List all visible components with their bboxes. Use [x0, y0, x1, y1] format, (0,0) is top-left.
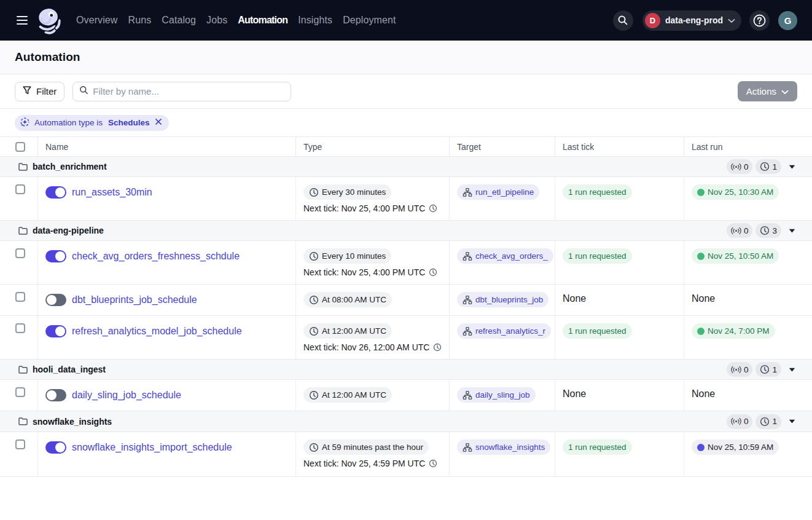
- sensor-icon: [731, 227, 741, 235]
- schedule-toggle[interactable]: [45, 441, 66, 454]
- nav-link-catalog[interactable]: Catalog: [162, 15, 196, 26]
- nav-link-insights[interactable]: Insights: [298, 15, 332, 26]
- nav-link-jobs[interactable]: Jobs: [206, 15, 227, 26]
- target-chip[interactable]: run_etl_pipeline: [457, 184, 539, 200]
- automation-row: snowflake_insights_import_schedule At 59…: [0, 432, 812, 477]
- active-filters-row: Automation type is Schedules: [0, 109, 812, 137]
- sensor-count-badge: 0: [727, 414, 753, 429]
- target-chip[interactable]: snowflake_insights: [457, 439, 550, 455]
- nav-link-overview[interactable]: Overview: [76, 15, 117, 26]
- name-filter-input[interactable]: [93, 86, 284, 97]
- clock-icon: [760, 364, 770, 374]
- run-status-dot: [697, 189, 705, 196]
- header-cell-target: Target: [449, 137, 555, 156]
- clock-icon: [429, 204, 437, 213]
- collapse-group-button[interactable]: [787, 229, 796, 233]
- automation-name-link[interactable]: snowflake_insights_import_schedule: [72, 442, 232, 453]
- schedule-toggle[interactable]: [45, 325, 66, 337]
- schedule-toggle[interactable]: [45, 294, 66, 306]
- page-title: Automation: [15, 50, 80, 64]
- row-checkbox[interactable]: [15, 292, 25, 302]
- automation-name-link[interactable]: run_assets_30min: [72, 187, 152, 198]
- target-chip[interactable]: dbt_blueprints_job: [457, 292, 548, 307]
- target-chip[interactable]: check_avg_orders_: [457, 248, 553, 264]
- job-icon: [463, 187, 472, 197]
- nav-link-deployment[interactable]: Deployment: [343, 15, 396, 26]
- schedule-toggle[interactable]: [45, 250, 66, 262]
- job-icon: [463, 295, 472, 305]
- header-cell-checkbox: [0, 137, 37, 156]
- sensor-count-badge: 0: [727, 223, 753, 238]
- chevron-down-icon: [781, 86, 789, 97]
- next-tick-text: Next tick: Nov 25, 4:00 PM UTC: [303, 267, 442, 277]
- row-checkbox[interactable]: [15, 439, 25, 449]
- last-tick-chip[interactable]: 1 run requested: [563, 184, 632, 200]
- actions-button[interactable]: Actions: [738, 81, 797, 101]
- sensor-icon: [731, 163, 741, 171]
- target-chip[interactable]: daily_sling_job: [457, 387, 536, 403]
- header-cell-type: Type: [295, 137, 449, 156]
- last-tick-chip[interactable]: 1 run requested: [563, 439, 632, 455]
- automation-row: run_assets_30min Every 30 minutes Next t…: [0, 177, 812, 221]
- clock-icon: [429, 268, 437, 277]
- clock-icon: [760, 162, 770, 171]
- nav-link-runs[interactable]: Runs: [128, 15, 151, 26]
- schedule-count-badge: 3: [755, 223, 781, 238]
- last-run-chip[interactable]: Nov 25, 10:30 AM: [692, 184, 779, 200]
- automation-name-link[interactable]: dbt_blueprints_job_schedule: [72, 294, 197, 305]
- last-run-chip[interactable]: Nov 25, 10:59 AM: [692, 439, 779, 455]
- workspace-switcher[interactable]: D data-eng-prod: [642, 10, 741, 31]
- last-run-chip[interactable]: Nov 24, 7:00 PM: [692, 323, 775, 339]
- row-checkbox[interactable]: [15, 248, 25, 258]
- toolbar: Filter Actions: [0, 74, 812, 109]
- nav-link-automation[interactable]: Automation: [238, 15, 287, 26]
- clock-icon: [309, 443, 319, 452]
- automation-name-link[interactable]: check_avg_orders_freshness_schdule: [72, 251, 240, 262]
- collapse-group-button[interactable]: [787, 368, 796, 372]
- run-status-dot: [697, 253, 705, 260]
- last-tick-chip[interactable]: 1 run requested: [563, 248, 632, 264]
- top-navbar: OverviewRunsCatalogJobsAutomationInsight…: [0, 0, 812, 41]
- header-cell-last-tick: Last tick: [555, 137, 684, 156]
- clock-icon: [760, 226, 770, 235]
- clock-icon: [309, 326, 319, 336]
- row-checkbox[interactable]: [15, 323, 25, 333]
- collapse-group-button[interactable]: [787, 165, 796, 169]
- page-header: Automation: [0, 41, 812, 74]
- last-tick-chip[interactable]: 1 run requested: [563, 323, 632, 339]
- sensor-icon: [731, 417, 741, 425]
- filter-button[interactable]: Filter: [15, 82, 64, 101]
- group-row: snowflake_insights 0 1: [0, 411, 812, 432]
- automation-name-link[interactable]: refresh_analytics_model_job_schedule: [72, 326, 242, 337]
- automation-type-filter-chip[interactable]: Automation type is Schedules: [15, 115, 169, 131]
- target-chip[interactable]: refresh_analytics_r: [457, 323, 551, 339]
- hamburger-menu-icon[interactable]: [12, 12, 29, 29]
- search-button[interactable]: [613, 10, 633, 31]
- job-icon: [463, 251, 472, 261]
- row-checkbox[interactable]: [15, 387, 25, 397]
- collapse-group-button[interactable]: [787, 419, 796, 423]
- last-run-chip[interactable]: Nov 25, 10:50 AM: [692, 248, 779, 264]
- close-icon[interactable]: [154, 117, 163, 128]
- help-button[interactable]: [749, 10, 770, 31]
- automation-row: refresh_analytics_model_job_schedule At …: [0, 316, 812, 360]
- run-status-dot: [697, 444, 705, 451]
- user-avatar[interactable]: G: [778, 11, 797, 30]
- clock-icon: [309, 295, 319, 305]
- sensor-icon: [731, 366, 741, 374]
- header-cell-last-run: Last run: [684, 137, 812, 156]
- dagster-logo[interactable]: [35, 6, 63, 34]
- schedule-toggle[interactable]: [45, 389, 66, 401]
- group-name: snowflake_insights: [33, 417, 112, 427]
- clock-icon: [309, 187, 319, 197]
- select-all-checkbox[interactable]: [15, 142, 25, 152]
- schedule-toggle[interactable]: [45, 186, 66, 199]
- clock-icon: [429, 459, 437, 468]
- row-checkbox[interactable]: [15, 184, 25, 194]
- schedule-type-chip: Every 30 minutes: [303, 184, 391, 200]
- job-icon: [463, 390, 472, 400]
- next-tick-text: Next tick: Nov 26, 12:00 AM UTC: [303, 342, 442, 352]
- search-box: [72, 82, 291, 101]
- automation-name-link[interactable]: daily_sling_job_schedule: [72, 390, 181, 401]
- group-row: hooli_data_ingest 0 1: [0, 360, 812, 380]
